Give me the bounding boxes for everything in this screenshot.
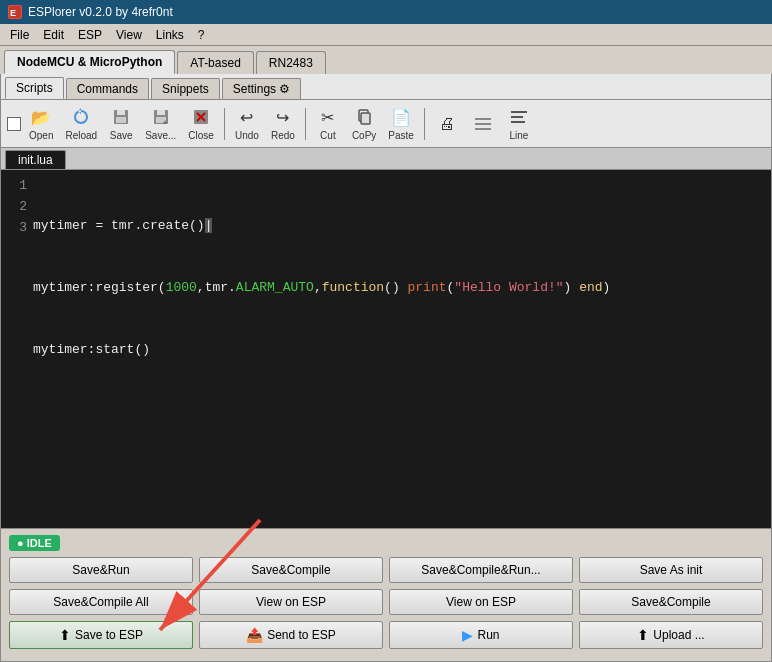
button-row-2: Save&Compile All View on ESP View on ESP… (9, 589, 763, 615)
btn-copy[interactable]: CoPy (348, 104, 380, 143)
svg-rect-18 (511, 116, 523, 118)
tab-scripts[interactable]: Scripts (5, 77, 64, 99)
save-icon (110, 106, 132, 128)
editor-area[interactable]: 1 2 3 mytimer = tmr.create()| mytimer:re… (0, 170, 772, 529)
btn-save-compile-2[interactable]: Save&Compile (579, 589, 763, 615)
code-line-2: mytimer:register(1000,tmr.ALARM_AUTO,fun… (33, 278, 767, 299)
app-title: ESPlorer v0.2.0 by 4refr0nt (28, 5, 173, 19)
btn-undo[interactable]: ↩ Undo (231, 104, 263, 143)
undo-icon: ↩ (236, 106, 258, 128)
sub-tabs-bar: Scripts Commands Snippets Settings ⚙ (0, 74, 772, 100)
idle-badge: ● IDLE (9, 535, 60, 551)
svg-text:E: E (10, 8, 16, 18)
btn-open[interactable]: 📂 Open (25, 104, 57, 143)
svg-rect-6 (157, 110, 165, 115)
tab-rn2483[interactable]: RN2483 (256, 51, 326, 74)
btn-line[interactable]: Line (503, 104, 535, 143)
btn-extra[interactable] (467, 111, 499, 137)
toolbar-separator-2 (305, 108, 306, 140)
svg-rect-19 (511, 121, 525, 123)
code-content[interactable]: mytimer = tmr.create()| mytimer:register… (33, 174, 767, 524)
svg-rect-17 (511, 111, 527, 113)
extra-icon (472, 113, 494, 135)
file-tab-bar: init.lua (0, 148, 772, 170)
btn-save[interactable]: Save (105, 104, 137, 143)
tab-at-based[interactable]: AT-based (177, 51, 253, 74)
run-icon: ▶ (462, 627, 473, 643)
redo-icon: ↪ (272, 106, 294, 128)
svg-rect-16 (475, 128, 491, 130)
code-line-3: mytimer:start() (33, 340, 767, 361)
menubar: File Edit ESP View Links ? (0, 24, 772, 46)
btn-view-on-esp-2[interactable]: View on ESP (389, 589, 573, 615)
titlebar: E ESPlorer v0.2.0 by 4refr0nt (0, 0, 772, 24)
settings-icon: ⚙ (279, 82, 290, 96)
button-row-3: ⬆ Save to ESP 📤 Send to ESP ▶ Run ⬆ Uplo… (9, 621, 763, 649)
close-icon (190, 106, 212, 128)
tab-nodemcu[interactable]: NodeMCU & MicroPython (4, 50, 175, 74)
save-as-icon: + (150, 106, 172, 128)
svg-rect-3 (117, 110, 125, 115)
tab-snippets[interactable]: Snippets (151, 78, 220, 99)
tab-commands[interactable]: Commands (66, 78, 149, 99)
upload-icon: ⬆ (637, 627, 649, 643)
svg-rect-14 (475, 118, 491, 120)
btn-send-to-esp[interactable]: 📤 Send to ESP (199, 621, 383, 649)
menu-esp[interactable]: ESP (72, 26, 108, 44)
svg-rect-15 (475, 123, 491, 125)
btn-redo[interactable]: ↪ Redo (267, 104, 299, 143)
paste-icon: 📄 (390, 106, 412, 128)
btn-save-compile[interactable]: Save&Compile (199, 557, 383, 583)
btn-cut[interactable]: ✂ Cut (312, 104, 344, 143)
menu-view[interactable]: View (110, 26, 148, 44)
send-to-esp-icon: 📤 (246, 627, 263, 643)
line-icon (508, 106, 530, 128)
open-icon: 📂 (30, 106, 52, 128)
btn-upload[interactable]: ⬆ Upload ... (579, 621, 763, 649)
btn-save-compile-run[interactable]: Save&Compile&Run... (389, 557, 573, 583)
toolbar-separator-1 (224, 108, 225, 140)
btn-paste[interactable]: 📄 Paste (384, 104, 418, 143)
svg-rect-4 (116, 117, 126, 123)
print-icon: 🖨 (436, 113, 458, 135)
line-numbers: 1 2 3 (5, 174, 33, 524)
main-tabs: NodeMCU & MicroPython AT-based RN2483 (0, 46, 772, 74)
button-row-1: Save&Run Save&Compile Save&Compile&Run..… (9, 557, 763, 583)
app-icon: E (8, 5, 22, 19)
cut-icon: ✂ (317, 106, 339, 128)
btn-run[interactable]: ▶ Run (389, 621, 573, 649)
btn-view-on-esp-1[interactable]: View on ESP (199, 589, 383, 615)
bottom-panel: ● IDLE Save&Run Save&Compile Save&Compil… (0, 529, 772, 662)
btn-save-to-esp[interactable]: ⬆ Save to ESP (9, 621, 193, 649)
copy-icon (353, 106, 375, 128)
status-bar: ● IDLE (9, 535, 763, 551)
tab-settings[interactable]: Settings ⚙ (222, 78, 301, 99)
file-tab-init-lua[interactable]: init.lua (5, 150, 66, 169)
menu-file[interactable]: File (4, 26, 35, 44)
menu-edit[interactable]: Edit (37, 26, 70, 44)
code-line-1: mytimer = tmr.create()| (33, 216, 767, 237)
app-container: E ESPlorer v0.2.0 by 4refr0nt File Edit … (0, 0, 772, 662)
toolbar-checkbox[interactable] (7, 117, 21, 131)
btn-print[interactable]: 🖨 (431, 111, 463, 137)
btn-save-compile-all[interactable]: Save&Compile All (9, 589, 193, 615)
svg-text:+: + (163, 119, 167, 126)
btn-reload[interactable]: Reload (61, 104, 101, 143)
menu-help[interactable]: ? (192, 26, 211, 44)
toolbar: 📂 Open Reload Save + Save... Close (0, 100, 772, 148)
reload-icon (70, 106, 92, 128)
save-to-esp-icon: ⬆ (59, 627, 71, 643)
menu-links[interactable]: Links (150, 26, 190, 44)
btn-save-as-init[interactable]: Save As init (579, 557, 763, 583)
btn-save-as[interactable]: + Save... (141, 104, 180, 143)
editor-wrapper: 1 2 3 mytimer = tmr.create()| mytimer:re… (0, 170, 772, 529)
btn-close[interactable]: Close (184, 104, 218, 143)
btn-save-run[interactable]: Save&Run (9, 557, 193, 583)
svg-rect-13 (361, 113, 370, 124)
toolbar-separator-3 (424, 108, 425, 140)
